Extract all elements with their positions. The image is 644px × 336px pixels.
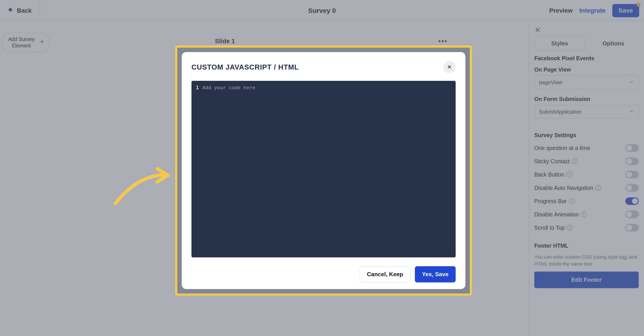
annotation-highlight-frame: CUSTOM JAVASCRIPT / HTML 1 Add your code… [175, 45, 472, 296]
code-editor[interactable]: 1 Add your code here [192, 81, 456, 257]
line-number: 1 [196, 85, 199, 253]
confirm-save-button[interactable]: Yes, Save [415, 266, 456, 282]
close-icon [447, 64, 452, 70]
annotation-arrow-icon [113, 166, 171, 206]
cancel-button[interactable]: Cancel, Keep [360, 266, 410, 282]
custom-js-modal: CUSTOM JAVASCRIPT / HTML 1 Add your code… [182, 52, 466, 289]
modal-header: CUSTOM JAVASCRIPT / HTML [192, 61, 456, 73]
code-placeholder: Add your code here [202, 85, 255, 253]
modal-title: CUSTOM JAVASCRIPT / HTML [192, 63, 299, 71]
modal-close-button[interactable] [443, 61, 456, 73]
modal-actions: Cancel, Keep Yes, Save [192, 266, 456, 282]
